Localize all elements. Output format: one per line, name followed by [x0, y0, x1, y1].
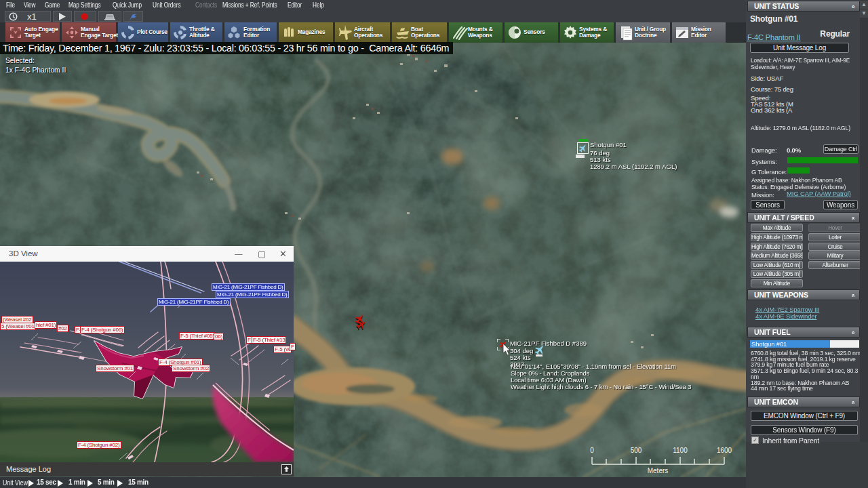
svg-text:1600: 1600	[717, 447, 732, 454]
svg-text:1100: 1100	[673, 447, 688, 454]
svg-text:0: 0	[590, 447, 594, 454]
svg-text:500: 500	[631, 447, 642, 454]
svg-text:Meters: Meters	[648, 467, 669, 474]
